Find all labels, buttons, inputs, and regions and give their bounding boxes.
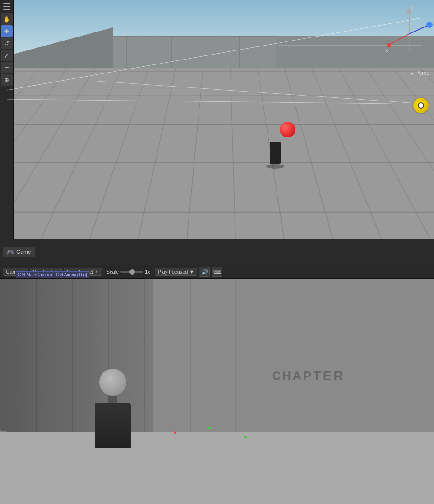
- rotate-tool-button[interactable]: ↺: [1, 37, 13, 49]
- scale-control: Scale 1x: [104, 268, 153, 275]
- character-body: [270, 142, 281, 164]
- scale-value-label: 1x: [145, 269, 150, 275]
- game-tab-icon: 🎮: [6, 248, 14, 256]
- game-char-neck: [108, 396, 117, 403]
- game-character: [86, 369, 140, 459]
- game-marker-1: [208, 427, 211, 429]
- game-floor: [0, 432, 434, 504]
- svg-point-10: [426, 22, 433, 28]
- play-focused-label: Play Focused: [158, 269, 188, 275]
- play-focused-arrow-icon: ▼: [189, 269, 194, 275]
- camera-lens: [418, 102, 424, 109]
- keyboard-button[interactable]: ⌨: [212, 267, 222, 277]
- scale-text-label: Scale: [106, 269, 119, 275]
- game-char-head: [99, 369, 126, 396]
- game-tab[interactable]: 🎮 Game: [3, 247, 35, 257]
- scene-floor: [14, 68, 434, 239]
- scale-slider[interactable]: [120, 271, 143, 273]
- game-view: CHAPTER: [0, 279, 434, 504]
- character-head: [270, 131, 280, 141]
- svg-line-9: [409, 25, 429, 34]
- scene-character: [266, 131, 284, 167]
- move-tool-button[interactable]: ✥: [1, 25, 13, 37]
- svg-point-7: [387, 43, 391, 47]
- game-chapter-text: CHAPTER: [272, 368, 345, 384]
- audio-icon: 🔊: [201, 269, 208, 275]
- svg-point-11: [407, 9, 411, 14]
- play-focused-dropdown[interactable]: Play Focused ▼: [155, 268, 198, 276]
- game-tab-bar: 🎮 Game ⋮: [0, 239, 434, 265]
- game-char-body: [95, 403, 131, 448]
- game-tab-options-button[interactable]: ⋮: [419, 247, 431, 257]
- game-red-dot: [174, 431, 176, 434]
- scale-slider-thumb: [129, 269, 135, 275]
- game-marker-2: [244, 436, 247, 438]
- persp-label: Persp: [410, 70, 429, 76]
- camera-label: CM MainCamera: [CM Aiming Rig]: [16, 271, 89, 278]
- svg-text:x: x: [385, 47, 388, 53]
- scene-view: ✋ ✥ ↺ ⤢ ▭ ⊕ Persp y: [0, 0, 434, 239]
- transform-tool-button[interactable]: ⊕: [1, 74, 13, 86]
- aspect-arrow-icon: ▼: [95, 270, 99, 274]
- svg-line-6: [389, 34, 409, 45]
- scene-toolbar: ✋ ✥ ↺ ⤢ ▭ ⊕: [0, 0, 14, 239]
- hand-tool-button[interactable]: ✋: [1, 13, 13, 25]
- hamburger-menu[interactable]: [1, 2, 13, 11]
- game-tab-label: Game: [16, 249, 31, 255]
- rect-tool-button[interactable]: ▭: [1, 62, 13, 73]
- camera-gizmo-icon: [412, 97, 429, 114]
- character-shadow: [266, 164, 284, 169]
- svg-text:y: y: [411, 5, 414, 10]
- audio-button[interactable]: 🔊: [199, 267, 210, 277]
- keyboard-icon: ⌨: [213, 269, 221, 275]
- scene-gizmo: y x: [384, 2, 432, 54]
- scale-tool-button[interactable]: ⤢: [1, 50, 13, 61]
